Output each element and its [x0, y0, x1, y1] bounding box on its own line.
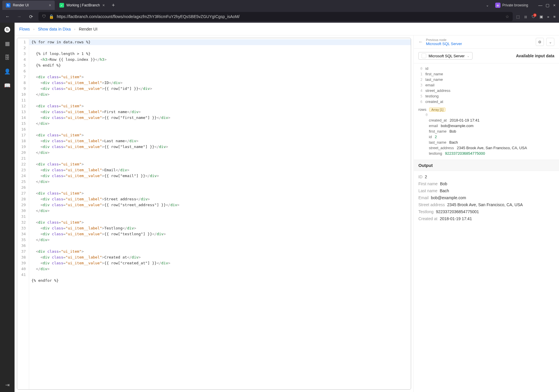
- data-tree: 0id1first_name2last_name3email4street_ad…: [414, 63, 559, 160]
- tree-field[interactable]: created_at 2018-01-19 17:41: [418, 117, 554, 123]
- browser-tab-active[interactable]: fb Render UI ×: [2, 1, 55, 10]
- lock-icon[interactable]: 🔒: [49, 14, 54, 19]
- breadcrumb-link-flows[interactable]: Flows: [19, 27, 30, 31]
- output-label: Email: [418, 195, 429, 200]
- library-icon[interactable]: ⫼: [524, 15, 528, 19]
- menu-icon[interactable]: ≡: [553, 15, 556, 19]
- tree-column[interactable]: 6created_at: [418, 99, 554, 104]
- new-tab-button[interactable]: +: [109, 2, 117, 8]
- browser-tab[interactable]: ✓ Working | FactBranch ×: [56, 1, 108, 10]
- output-label: Last name: [418, 188, 437, 193]
- tree-row-index[interactable]: 0: [418, 112, 554, 117]
- output-label: ID: [418, 174, 422, 179]
- grid-icon[interactable]: ▦: [4, 40, 11, 47]
- minimize-button[interactable]: —: [538, 3, 543, 8]
- output-value: 2345 Brook Ave, San Francisco, CA, USA: [447, 202, 523, 207]
- output-row: Last name Bach: [418, 187, 554, 194]
- tree-field[interactable]: testlong 9223372036854775000: [418, 151, 554, 156]
- url-text: https://factbranch.com/account/flows/nod…: [57, 14, 503, 19]
- output-row: First name Bob: [418, 180, 554, 187]
- chevron-right-icon: ›: [33, 27, 35, 31]
- output-body: ID 2First name BobLast name BachEmail bo…: [414, 171, 559, 224]
- book-icon[interactable]: 📖: [4, 82, 11, 89]
- right-pane: ← Previous node Microsoft SQL Server ⚙ ⌄: [413, 35, 559, 392]
- reload-button[interactable]: ⟳: [27, 13, 35, 21]
- breadcrumb-bar: Flows › Show data in Dixa › Render UI: [15, 23, 559, 35]
- output-value: Bob: [440, 181, 447, 186]
- tabs-dropdown-icon[interactable]: ⌄: [486, 3, 489, 7]
- line-gutter: 1234567891011121314151617181920212223242…: [17, 38, 29, 389]
- close-icon[interactable]: ×: [102, 3, 105, 8]
- tree-field[interactable]: email bob@example.com: [418, 123, 554, 129]
- prev-node-link[interactable]: Microsoft SQL Server: [426, 42, 462, 46]
- tree-field[interactable]: first_name Bob: [418, 129, 554, 134]
- source-label: Microsoft SQL Server: [429, 54, 465, 58]
- chevron-right-icon: ›: [74, 27, 75, 31]
- output-value: 2018-01-19 17:41: [440, 216, 472, 221]
- chevron-down-icon[interactable]: ⌄: [546, 38, 554, 46]
- collapse-icon[interactable]: ⇥: [4, 382, 11, 389]
- app: fb ▦ 🗄 👤 📖 ⇥ Flows › Show data in Dixa ›…: [0, 23, 559, 392]
- shield-icon[interactable]: ⛉: [42, 14, 46, 19]
- output-row: ID 2: [418, 173, 554, 180]
- source-favicon: [422, 54, 426, 58]
- arrow-left-icon[interactable]: ←: [418, 39, 423, 44]
- output-label: Street address: [418, 202, 445, 207]
- breadcrumb-current: Render UI: [79, 27, 98, 31]
- prev-node-label: Previous node: [426, 38, 462, 42]
- back-button[interactable]: ←: [3, 13, 12, 21]
- tab-title: Render UI: [13, 3, 29, 7]
- close-window-button[interactable]: ×: [552, 3, 557, 8]
- available-input-title: Available input data: [516, 54, 554, 58]
- gear-icon[interactable]: ⚙: [536, 38, 544, 46]
- tree-column[interactable]: 0id: [418, 66, 554, 71]
- tree-column[interactable]: 4street_address: [418, 88, 554, 93]
- output-value: 9223372036854775001: [436, 209, 479, 214]
- right-header: ← Previous node Microsoft SQL Server ⚙ ⌄: [414, 35, 559, 49]
- logo-icon[interactable]: fb: [4, 26, 11, 33]
- nav-bar: ← → ⟳ ⛉ 🔒 https://factbranch.com/account…: [0, 10, 559, 23]
- tree-rows-header[interactable]: rows Array [1]: [418, 107, 554, 112]
- output-row: Email bob@example.com: [418, 194, 554, 201]
- output-label: Created at: [418, 216, 437, 221]
- caret-icon: ⌄: [467, 54, 469, 58]
- output-title: Output: [414, 160, 559, 171]
- output-value: bob@example.com: [431, 195, 466, 200]
- tab-favicon: ✓: [59, 3, 64, 8]
- output-label: Testlong: [418, 209, 434, 214]
- output-row: Street address 2345 Brook Ave, San Franc…: [418, 201, 554, 208]
- output-value: 2: [425, 174, 427, 179]
- close-icon[interactable]: ×: [49, 3, 51, 8]
- url-bar[interactable]: ⛉ 🔒 https://factbranch.com/account/flows…: [38, 12, 513, 21]
- breadcrumb-link-flow[interactable]: Show data in Dixa: [38, 27, 71, 31]
- output-row: Created at 2018-01-19 17:41: [418, 215, 554, 222]
- sidebar-left: fb ▦ 🗄 👤 📖 ⇥: [0, 23, 15, 392]
- database-icon[interactable]: 🗄: [4, 54, 11, 61]
- extension-icon[interactable]: ▣: [539, 15, 543, 19]
- output-label: First name: [418, 181, 438, 186]
- tree-column[interactable]: 2last_name: [418, 77, 554, 82]
- forward-button[interactable]: →: [15, 13, 23, 21]
- tree-column[interactable]: 3email: [418, 82, 554, 88]
- private-browsing-badge: ◉ Private browsing: [492, 1, 531, 9]
- maximize-button[interactable]: ▢: [545, 3, 550, 8]
- tab-favicon: fb: [6, 3, 10, 8]
- tree-column[interactable]: 5testlong: [418, 93, 554, 99]
- tree-column[interactable]: 1first_name: [418, 71, 554, 77]
- tab-bar: fb Render UI × ✓ Working | FactBranch × …: [0, 0, 559, 10]
- overflow-icon[interactable]: »: [547, 15, 549, 19]
- tree-field[interactable]: id 2: [418, 134, 554, 140]
- code-editor[interactable]: 1234567891011121314151617181920212223242…: [17, 38, 411, 390]
- browser-chrome: fb Render UI × ✓ Working | FactBranch × …: [0, 0, 559, 23]
- tree-field[interactable]: street_address 2345 Brook Ave, San Franc…: [418, 145, 554, 151]
- bookmark-icon[interactable]: ☆: [505, 14, 509, 19]
- source-select[interactable]: Microsoft SQL Server ⌄: [418, 52, 473, 60]
- tree-field[interactable]: last_name Bach: [418, 140, 554, 145]
- tab-title: Working | FactBranch: [66, 3, 100, 7]
- user-icon[interactable]: 👤: [4, 68, 11, 75]
- code-content[interactable]: {% for row in data.rows %} {% if loop.le…: [29, 38, 411, 389]
- ublock-icon[interactable]: 🛡3: [532, 15, 535, 19]
- pocket-icon[interactable]: ⬚: [516, 15, 520, 19]
- mask-icon: ◉: [495, 3, 500, 8]
- breadcrumb: Flows › Show data in Dixa › Render UI: [19, 27, 98, 31]
